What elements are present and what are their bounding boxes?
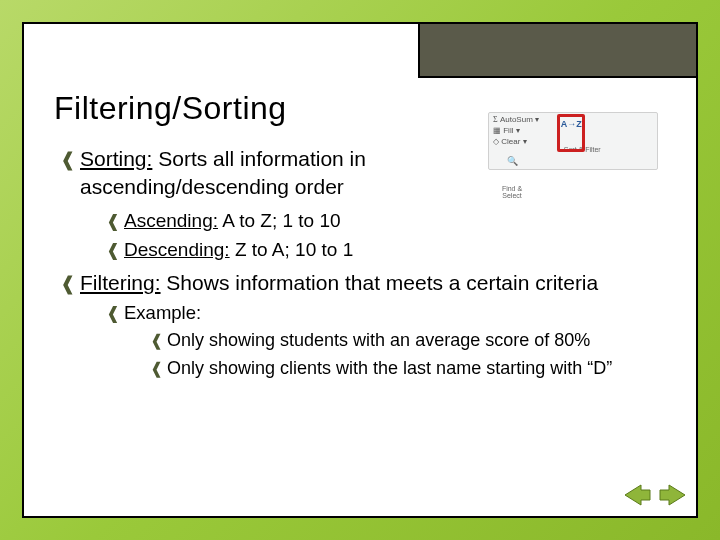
svg-marker-1 <box>660 485 685 505</box>
slide-card: Σ AutoSum ▾ ▦ Fill ▾ ◇ Clear ▾ A→Z Sort … <box>22 22 698 518</box>
bullet-icon: ❰ <box>60 273 76 294</box>
bullet-ascending: ❰Ascending: A to Z; 1 to 10 <box>106 208 414 234</box>
slide-content: Filtering/Sorting ❰Sorting: Sorts all in… <box>24 24 696 406</box>
bullet-example-1: ❰Only showing students with an average s… <box>150 329 666 352</box>
descending-desc: Z to A; 10 to 1 <box>230 239 354 260</box>
bullet-icon: ❰ <box>106 241 120 260</box>
ribbon-findselect-label: Find & Select <box>493 185 531 200</box>
excel-ribbon-thumbnail: Σ AutoSum ▾ ▦ Fill ▾ ◇ Clear ▾ A→Z Sort … <box>488 112 658 170</box>
filtering-term: Filtering: <box>80 271 161 294</box>
bullet-example-2: ❰Only showing clients with the last name… <box>150 357 666 380</box>
nav-arrows <box>622 482 688 508</box>
next-slide-button[interactable] <box>658 482 688 508</box>
ascending-desc: A to Z; 1 to 10 <box>218 210 341 231</box>
bullet-icon: ❰ <box>150 360 163 378</box>
ascending-term: Ascending: <box>124 210 218 231</box>
bullet-sorting: ❰Sorting: Sorts all information in ascen… <box>60 145 414 263</box>
sort-filter-highlight: A→Z <box>557 114 585 152</box>
ribbon-fill-label: Fill <box>503 126 513 135</box>
sorting-term: Sorting: <box>80 147 152 170</box>
bullet-descending: ❰Descending: Z to A; 10 to 1 <box>106 237 414 263</box>
arrow-left-icon <box>623 483 651 507</box>
example-label: Example: <box>124 302 201 323</box>
prev-slide-button[interactable] <box>622 482 652 508</box>
example-1-text: Only showing students with an average sc… <box>167 330 590 350</box>
sort-az-icon: A→Z <box>560 120 582 130</box>
svg-marker-0 <box>625 485 650 505</box>
arrow-right-icon <box>659 483 687 507</box>
find-icon: 🔍 <box>493 157 531 167</box>
filtering-desc: Shows information that meets a certain c… <box>161 271 599 294</box>
ribbon-autosum-label: AutoSum <box>500 115 533 124</box>
bullet-icon: ❰ <box>106 304 120 323</box>
accent-rectangle <box>418 22 698 78</box>
bullet-icon: ❰ <box>150 332 163 350</box>
bullet-example: ❰Example: ❰Only showing students with an… <box>106 301 666 380</box>
descending-term: Descending: <box>124 239 230 260</box>
bullet-filtering: ❰Filtering: Shows information that meets… <box>60 269 666 380</box>
bullet-icon: ❰ <box>106 212 120 231</box>
bullet-icon: ❰ <box>60 149 76 170</box>
example-2-text: Only showing clients with the last name … <box>167 358 612 378</box>
ribbon-clear-label: Clear <box>501 137 520 146</box>
